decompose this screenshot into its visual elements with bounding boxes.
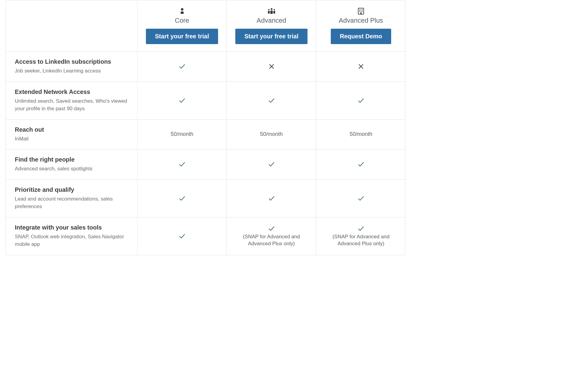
plan-name: Advanced Plus [339, 17, 383, 24]
pricing-comparison-table: Core Start your free trial Advanced Star… [5, 0, 405, 255]
feature-label-cell: Find the right peopleAdvanced search, sa… [6, 149, 137, 180]
feature-value-cell [137, 180, 227, 217]
check-icon [357, 225, 365, 232]
header-spacer [6, 0, 137, 52]
check-icon [357, 161, 365, 168]
plan-header-advanced-plus: Advanced Plus Request Demo [316, 0, 406, 52]
svg-rect-13 [360, 12, 362, 14]
feature-value-cell [137, 217, 227, 255]
svg-rect-7 [273, 11, 275, 14]
feature-value-cell [227, 82, 316, 120]
svg-rect-12 [362, 11, 362, 12]
feature-value-cell: 50/month [227, 120, 316, 150]
feature-value-cell [316, 149, 406, 180]
feature-value-text: 50/month [349, 131, 372, 137]
start-trial-button-advanced[interactable]: Start your free trial [235, 29, 307, 44]
feature-value-cell [227, 52, 316, 82]
feature-value-cell: 50/month [137, 120, 227, 150]
feature-title: Integrate with your sales tools [15, 224, 128, 231]
check-icon [179, 97, 186, 104]
feature-value-cell [316, 180, 406, 217]
feature-subtitle: Unlimited search, Saved searches, Who's … [15, 97, 128, 113]
feature-label-cell: Reach outInMail [6, 120, 137, 150]
check-icon [179, 195, 186, 202]
check-icon [268, 195, 275, 202]
feature-value-cell: (SNAP for Advanced and Advanced Plus onl… [227, 217, 316, 255]
check-icon [179, 161, 186, 168]
feature-title: Extended Network Access [15, 88, 128, 95]
people-icon [266, 8, 277, 15]
feature-value-note: (SNAP for Advanced and Advanced Plus onl… [325, 233, 397, 247]
feature-value-text: 50/month [260, 131, 283, 137]
feature-title: Prioritize and qualify [15, 186, 128, 193]
feature-label-cell: Prioritize and qualifyLead and account r… [6, 180, 137, 217]
plan-name: Advanced [257, 17, 286, 24]
feature-value-cell [137, 82, 227, 120]
svg-point-6 [273, 9, 275, 10]
feature-title: Find the right people [15, 156, 128, 163]
feature-value-cell [227, 180, 316, 217]
check-icon [268, 225, 275, 232]
feature-value-cell [137, 52, 227, 82]
feature-subtitle: Advanced search, sales spotlights [15, 165, 128, 173]
check-icon [357, 97, 365, 104]
x-icon [358, 63, 364, 70]
feature-subtitle: Lead and account recommendations, sales … [15, 195, 128, 210]
svg-rect-3 [268, 11, 270, 14]
feature-value-cell [227, 149, 316, 180]
feature-label-cell: Access to LinkedIn subscriptionsJob seek… [6, 52, 137, 82]
feature-title: Reach out [15, 126, 128, 133]
svg-point-4 [271, 8, 272, 10]
building-icon [358, 8, 364, 15]
feature-subtitle: Job seeker, LinkedIn Learning access [15, 67, 128, 75]
feature-value-cell [316, 52, 406, 82]
check-icon [179, 63, 186, 70]
feature-label-cell: Extended Network AccessUnlimited search,… [6, 82, 137, 120]
plan-name: Core [175, 17, 189, 24]
feature-value-cell: 50/month [316, 120, 406, 150]
svg-rect-9 [359, 9, 360, 10]
request-demo-button[interactable]: Request Demo [331, 29, 391, 44]
check-icon [268, 161, 275, 168]
plan-header-advanced: Advanced Start your free trial [227, 0, 316, 52]
feature-value-cell [137, 149, 227, 180]
feature-subtitle: InMail [15, 135, 128, 143]
feature-label-cell: Integrate with your sales toolsSNAP, Out… [6, 217, 137, 255]
check-icon [179, 233, 186, 240]
check-icon [268, 97, 275, 104]
svg-point-2 [268, 9, 269, 10]
feature-value-text: 50/month [171, 131, 193, 137]
start-trial-button-core[interactable]: Start your free trial [146, 29, 218, 44]
check-icon [357, 195, 365, 202]
feature-title: Access to LinkedIn subscriptions [15, 58, 128, 65]
svg-rect-11 [359, 11, 360, 12]
svg-rect-10 [362, 9, 362, 10]
feature-value-note: (SNAP for Advanced and Advanced Plus onl… [236, 233, 307, 247]
svg-rect-5 [270, 11, 273, 14]
svg-point-0 [181, 8, 183, 11]
feature-value-cell [316, 82, 406, 120]
person-icon [179, 8, 185, 15]
x-icon [268, 63, 275, 70]
svg-rect-1 [181, 11, 184, 14]
feature-value-cell: (SNAP for Advanced and Advanced Plus onl… [316, 217, 406, 255]
plan-header-core: Core Start your free trial [137, 0, 227, 52]
feature-subtitle: SNAP, Outlook web integration, Sales Nav… [15, 233, 128, 248]
